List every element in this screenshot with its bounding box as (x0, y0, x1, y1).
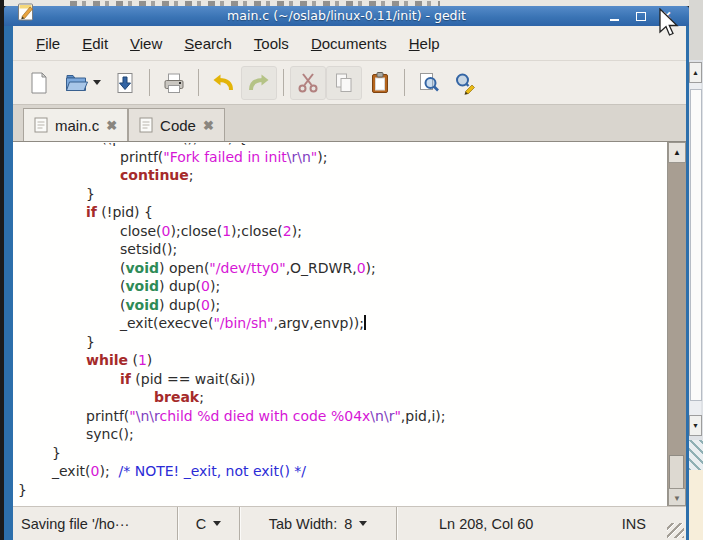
background-scroll-up-icon[interactable]: ▲ (689, 62, 702, 83)
menu-documents[interactable]: Documents (300, 30, 398, 57)
code-line[interactable]: (void) dup(0); (13, 277, 667, 296)
print-icon (162, 71, 186, 95)
menubar: FileEditViewSearchToolsDocumentsHelp (13, 26, 686, 60)
code-line[interactable]: printf("Fork failed in init\r\n"); (13, 148, 667, 167)
title-bar[interactable]: main.c (~/oslab/linux-0.11/init) - gedit… (4, 6, 689, 26)
code-line[interactable]: (void) open("/dev/tty0",O_RDWR,0); (13, 259, 667, 278)
find-button[interactable] (411, 66, 447, 100)
toolbar (13, 60, 686, 104)
cut-button[interactable] (290, 66, 326, 100)
minimize-button[interactable] (608, 10, 621, 23)
language-selector[interactable]: C (178, 507, 240, 540)
menu-search[interactable]: Search (173, 30, 243, 57)
menu-help[interactable]: Help (398, 30, 451, 57)
tab-label: Code (160, 117, 196, 134)
code-line[interactable]: while (1) (13, 351, 667, 370)
document-icon (139, 117, 153, 133)
find-replace-button[interactable] (447, 66, 483, 100)
toolbar-separator (404, 69, 405, 96)
background-scroll-down-icon[interactable]: ▼ (689, 415, 702, 436)
editor-scrollbar-thumb[interactable] (669, 455, 684, 489)
copy-icon (332, 71, 356, 95)
close-button[interactable]: ✕ (660, 10, 673, 23)
paste-button[interactable] (362, 66, 398, 100)
menu-view[interactable]: View (119, 30, 173, 57)
print-button[interactable] (156, 66, 192, 100)
toolbar-separator (283, 69, 284, 96)
code-line[interactable]: setsid(); (13, 240, 667, 259)
window-resize-grip[interactable] (667, 523, 684, 538)
new-document-icon (27, 71, 51, 95)
gedit-window: main.c (~/oslab/linux-0.11/init) - gedit… (4, 6, 689, 540)
status-bar: Saving file '/ho··· C Tab Width: 8 Ln 20… (13, 506, 686, 540)
redo-button[interactable] (241, 66, 277, 100)
open-button[interactable] (57, 66, 107, 100)
toolbar-separator (198, 69, 199, 96)
code-line[interactable]: _exit(0); /* NOTE! _exit, not exit() */ (13, 462, 667, 481)
undo-button[interactable] (205, 66, 241, 100)
code-line[interactable]: } (13, 185, 667, 204)
status-message: Saving file '/ho··· (13, 507, 178, 540)
chevron-down-icon (213, 521, 221, 526)
screen: ▲ ▼ main.c (~/oslab/linux-0.11/init) - g… (0, 0, 703, 540)
tab-close-icon[interactable]: ✖ (203, 119, 214, 132)
undo-icon (211, 71, 235, 95)
tab-main-c[interactable]: main.c✖ (23, 108, 128, 141)
code-line[interactable]: continue; (13, 166, 667, 185)
tab-width-value: 8 (344, 516, 352, 532)
new-document-button[interactable] (21, 66, 57, 100)
open-icon (64, 71, 88, 95)
text-cursor (364, 315, 366, 330)
menu-file[interactable]: File (25, 30, 71, 57)
open-dropdown-icon[interactable] (93, 80, 101, 85)
code-view[interactable]: if ((pid = fork()) < 0) {printf("Fork fa… (13, 143, 667, 506)
scroll-up-icon[interactable]: ▲ (668, 142, 686, 163)
document-icon (34, 117, 48, 133)
background-window-right-edge: ▲ ▼ (689, 0, 703, 540)
code-line[interactable]: if (!pid) { (13, 203, 667, 222)
background-resize-grip (689, 440, 703, 470)
code-line[interactable]: printf("\n\rchild %d died with code %04x… (13, 407, 667, 426)
scroll-down-icon[interactable]: ▼ (668, 488, 686, 506)
window-body: FileEditViewSearchToolsDocumentsHelp mai… (4, 26, 689, 540)
code-line[interactable]: close(0);close(1);close(2); (13, 222, 667, 241)
save-button[interactable] (107, 66, 143, 100)
menu-edit[interactable]: Edit (71, 30, 119, 57)
code-line[interactable]: } (13, 481, 667, 500)
code-line[interactable]: } (13, 444, 667, 463)
find-replace-icon (453, 71, 477, 95)
find-icon (417, 71, 441, 95)
window-controls: ✕ (608, 9, 673, 23)
tab-width-selector[interactable]: Tab Width: 8 (240, 507, 397, 540)
language-value: C (196, 516, 206, 532)
code-line[interactable]: _exit(execve("/bin/sh",argv,envp)); (13, 314, 667, 333)
background-scrollbar-thumb[interactable] (690, 89, 702, 401)
paste-icon (368, 71, 392, 95)
text-editor-area[interactable]: if ((pid = fork()) < 0) {printf("Fork fa… (13, 141, 686, 506)
copy-button[interactable] (326, 66, 362, 100)
background-scrollbar-trough[interactable] (690, 83, 701, 415)
maximize-button[interactable] (634, 10, 647, 23)
input-mode-indicator: INS (622, 516, 646, 532)
cursor-position: Ln 208, Col 60 (439, 516, 533, 532)
tab-code[interactable]: Code✖ (128, 108, 225, 141)
tab-bar: main.c✖Code✖ (13, 104, 686, 141)
tab-label: main.c (55, 117, 99, 134)
editor-scrollbar[interactable]: ▲ ▼ (667, 142, 686, 506)
menu-tools[interactable]: Tools (243, 30, 300, 57)
chevron-down-icon (359, 521, 367, 526)
redo-icon (247, 71, 271, 95)
toolbar-separator (149, 69, 150, 96)
code-line[interactable]: sync(); (13, 425, 667, 444)
code-line[interactable]: (void) dup(0); (13, 296, 667, 315)
tab-close-icon[interactable]: ✖ (106, 119, 117, 132)
tab-width-label: Tab Width: (269, 516, 338, 532)
window-title: main.c (~/oslab/linux-0.11/init) - gedit (4, 8, 689, 23)
code-line[interactable]: if (pid == wait(&i)) (13, 370, 667, 389)
code-line[interactable]: break; (13, 388, 667, 407)
code-line[interactable]: } (13, 333, 667, 352)
cut-icon (296, 71, 320, 95)
save-icon (113, 71, 137, 95)
